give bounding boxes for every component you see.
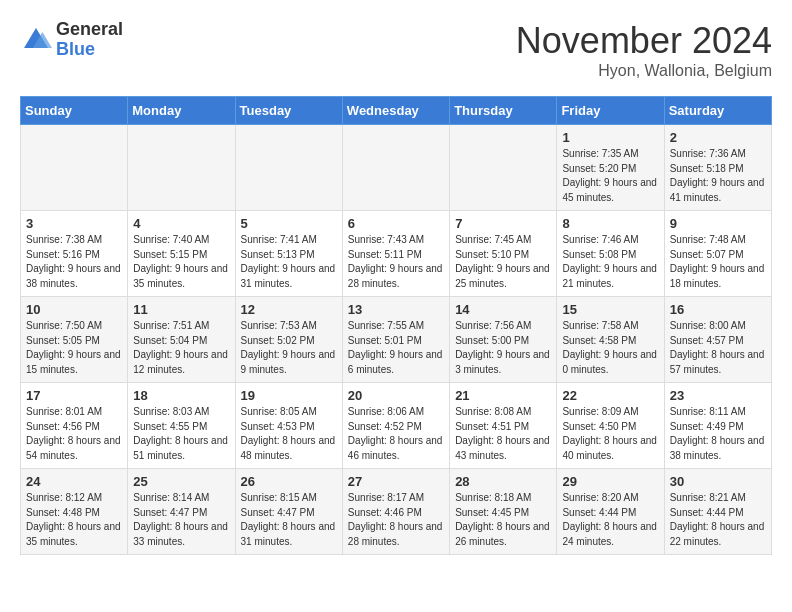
day-number: 12: [241, 302, 337, 317]
day-number: 29: [562, 474, 658, 489]
day-info: Sunrise: 8:12 AMSunset: 4:48 PMDaylight:…: [26, 491, 122, 549]
day-info: Sunrise: 7:46 AMSunset: 5:08 PMDaylight:…: [562, 233, 658, 291]
weekday-header: Saturday: [664, 97, 771, 125]
weekday-header: Sunday: [21, 97, 128, 125]
calendar-cell: [342, 125, 449, 211]
day-number: 15: [562, 302, 658, 317]
day-info: Sunrise: 7:48 AMSunset: 5:07 PMDaylight:…: [670, 233, 766, 291]
day-number: 18: [133, 388, 229, 403]
calendar-cell: 24Sunrise: 8:12 AMSunset: 4:48 PMDayligh…: [21, 469, 128, 555]
day-info: Sunrise: 8:11 AMSunset: 4:49 PMDaylight:…: [670, 405, 766, 463]
calendar-cell: 16Sunrise: 8:00 AMSunset: 4:57 PMDayligh…: [664, 297, 771, 383]
calendar-cell: 3Sunrise: 7:38 AMSunset: 5:16 PMDaylight…: [21, 211, 128, 297]
day-info: Sunrise: 7:35 AMSunset: 5:20 PMDaylight:…: [562, 147, 658, 205]
day-number: 20: [348, 388, 444, 403]
month-title: November 2024: [516, 20, 772, 62]
day-info: Sunrise: 7:36 AMSunset: 5:18 PMDaylight:…: [670, 147, 766, 205]
logo-text: General Blue: [56, 20, 123, 60]
day-info: Sunrise: 8:09 AMSunset: 4:50 PMDaylight:…: [562, 405, 658, 463]
day-number: 8: [562, 216, 658, 231]
calendar-cell: 1Sunrise: 7:35 AMSunset: 5:20 PMDaylight…: [557, 125, 664, 211]
calendar-cell: 27Sunrise: 8:17 AMSunset: 4:46 PMDayligh…: [342, 469, 449, 555]
day-number: 3: [26, 216, 122, 231]
day-number: 9: [670, 216, 766, 231]
day-number: 25: [133, 474, 229, 489]
calendar-cell: 17Sunrise: 8:01 AMSunset: 4:56 PMDayligh…: [21, 383, 128, 469]
logo-icon: [20, 24, 52, 56]
calendar-cell: 8Sunrise: 7:46 AMSunset: 5:08 PMDaylight…: [557, 211, 664, 297]
day-info: Sunrise: 7:40 AMSunset: 5:15 PMDaylight:…: [133, 233, 229, 291]
page-header: General Blue November 2024 Hyon, Walloni…: [20, 20, 772, 80]
weekday-header: Monday: [128, 97, 235, 125]
location-title: Hyon, Wallonia, Belgium: [516, 62, 772, 80]
calendar-cell: 28Sunrise: 8:18 AMSunset: 4:45 PMDayligh…: [450, 469, 557, 555]
day-info: Sunrise: 8:17 AMSunset: 4:46 PMDaylight:…: [348, 491, 444, 549]
day-number: 22: [562, 388, 658, 403]
day-number: 11: [133, 302, 229, 317]
calendar-cell: 5Sunrise: 7:41 AMSunset: 5:13 PMDaylight…: [235, 211, 342, 297]
day-info: Sunrise: 7:51 AMSunset: 5:04 PMDaylight:…: [133, 319, 229, 377]
day-number: 13: [348, 302, 444, 317]
day-info: Sunrise: 7:45 AMSunset: 5:10 PMDaylight:…: [455, 233, 551, 291]
day-number: 5: [241, 216, 337, 231]
calendar-cell: 23Sunrise: 8:11 AMSunset: 4:49 PMDayligh…: [664, 383, 771, 469]
calendar-cell: 19Sunrise: 8:05 AMSunset: 4:53 PMDayligh…: [235, 383, 342, 469]
day-info: Sunrise: 8:06 AMSunset: 4:52 PMDaylight:…: [348, 405, 444, 463]
logo-blue: Blue: [56, 40, 123, 60]
day-number: 10: [26, 302, 122, 317]
day-info: Sunrise: 7:56 AMSunset: 5:00 PMDaylight:…: [455, 319, 551, 377]
calendar-cell: 2Sunrise: 7:36 AMSunset: 5:18 PMDaylight…: [664, 125, 771, 211]
day-number: 26: [241, 474, 337, 489]
day-number: 19: [241, 388, 337, 403]
day-info: Sunrise: 8:15 AMSunset: 4:47 PMDaylight:…: [241, 491, 337, 549]
day-info: Sunrise: 8:01 AMSunset: 4:56 PMDaylight:…: [26, 405, 122, 463]
day-number: 14: [455, 302, 551, 317]
calendar-week-row: 24Sunrise: 8:12 AMSunset: 4:48 PMDayligh…: [21, 469, 772, 555]
weekday-header: Thursday: [450, 97, 557, 125]
calendar-cell: 14Sunrise: 7:56 AMSunset: 5:00 PMDayligh…: [450, 297, 557, 383]
weekday-header-row: SundayMondayTuesdayWednesdayThursdayFrid…: [21, 97, 772, 125]
calendar-cell: 20Sunrise: 8:06 AMSunset: 4:52 PMDayligh…: [342, 383, 449, 469]
day-number: 28: [455, 474, 551, 489]
calendar-cell: 29Sunrise: 8:20 AMSunset: 4:44 PMDayligh…: [557, 469, 664, 555]
calendar-week-row: 17Sunrise: 8:01 AMSunset: 4:56 PMDayligh…: [21, 383, 772, 469]
day-info: Sunrise: 7:43 AMSunset: 5:11 PMDaylight:…: [348, 233, 444, 291]
calendar-cell: 9Sunrise: 7:48 AMSunset: 5:07 PMDaylight…: [664, 211, 771, 297]
day-number: 30: [670, 474, 766, 489]
weekday-header: Wednesday: [342, 97, 449, 125]
calendar-cell: [21, 125, 128, 211]
day-info: Sunrise: 7:50 AMSunset: 5:05 PMDaylight:…: [26, 319, 122, 377]
calendar-cell: 10Sunrise: 7:50 AMSunset: 5:05 PMDayligh…: [21, 297, 128, 383]
day-info: Sunrise: 8:21 AMSunset: 4:44 PMDaylight:…: [670, 491, 766, 549]
calendar-cell: 21Sunrise: 8:08 AMSunset: 4:51 PMDayligh…: [450, 383, 557, 469]
logo-general: General: [56, 20, 123, 40]
day-info: Sunrise: 7:53 AMSunset: 5:02 PMDaylight:…: [241, 319, 337, 377]
day-number: 4: [133, 216, 229, 231]
calendar-cell: [128, 125, 235, 211]
day-number: 7: [455, 216, 551, 231]
calendar-cell: 18Sunrise: 8:03 AMSunset: 4:55 PMDayligh…: [128, 383, 235, 469]
day-info: Sunrise: 7:38 AMSunset: 5:16 PMDaylight:…: [26, 233, 122, 291]
logo: General Blue: [20, 20, 123, 60]
calendar-cell: 11Sunrise: 7:51 AMSunset: 5:04 PMDayligh…: [128, 297, 235, 383]
day-info: Sunrise: 8:00 AMSunset: 4:57 PMDaylight:…: [670, 319, 766, 377]
calendar-cell: 30Sunrise: 8:21 AMSunset: 4:44 PMDayligh…: [664, 469, 771, 555]
day-number: 21: [455, 388, 551, 403]
day-info: Sunrise: 8:14 AMSunset: 4:47 PMDaylight:…: [133, 491, 229, 549]
weekday-header: Tuesday: [235, 97, 342, 125]
calendar-cell: 15Sunrise: 7:58 AMSunset: 4:58 PMDayligh…: [557, 297, 664, 383]
calendar-week-row: 3Sunrise: 7:38 AMSunset: 5:16 PMDaylight…: [21, 211, 772, 297]
calendar-cell: 13Sunrise: 7:55 AMSunset: 5:01 PMDayligh…: [342, 297, 449, 383]
calendar-cell: [450, 125, 557, 211]
weekday-header: Friday: [557, 97, 664, 125]
calendar-week-row: 10Sunrise: 7:50 AMSunset: 5:05 PMDayligh…: [21, 297, 772, 383]
day-info: Sunrise: 8:20 AMSunset: 4:44 PMDaylight:…: [562, 491, 658, 549]
day-info: Sunrise: 8:03 AMSunset: 4:55 PMDaylight:…: [133, 405, 229, 463]
day-number: 24: [26, 474, 122, 489]
day-number: 17: [26, 388, 122, 403]
calendar-cell: [235, 125, 342, 211]
day-info: Sunrise: 8:08 AMSunset: 4:51 PMDaylight:…: [455, 405, 551, 463]
day-number: 6: [348, 216, 444, 231]
calendar-cell: 4Sunrise: 7:40 AMSunset: 5:15 PMDaylight…: [128, 211, 235, 297]
day-number: 1: [562, 130, 658, 145]
